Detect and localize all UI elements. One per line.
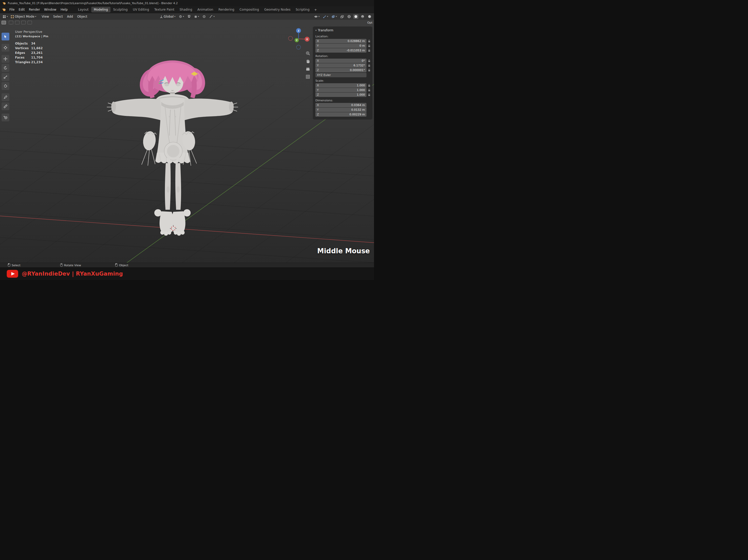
svg-text:Z: Z [298, 29, 300, 32]
lock-open-icon[interactable] [367, 49, 370, 52]
rotation-mode-dropdown[interactable]: XYZ Euler [315, 73, 367, 77]
xray-toggle[interactable] [339, 15, 345, 19]
youtube-icon [7, 270, 18, 278]
lock-open-icon[interactable] [367, 84, 370, 87]
transform-orientation-dropdown[interactable]: Global ▾ [159, 14, 177, 19]
rotation-field[interactable]: Z 0.000001° [315, 68, 367, 72]
rotation-fields: X 0° Y 6.1732° [315, 58, 370, 72]
header-menu-item[interactable]: View [40, 14, 51, 19]
pan-hand-icon[interactable] [305, 58, 311, 64]
location-fields: X 0.028862 m Y 0 m [315, 39, 370, 53]
workspace-tab[interactable]: Scripting [293, 7, 312, 13]
shading-material-button[interactable] [360, 14, 366, 19]
zoom-icon[interactable] [305, 51, 311, 56]
rotation-field[interactable]: X 0° [315, 58, 367, 63]
transform-panel-header[interactable]: ▾ Transform [315, 28, 370, 33]
tool-add-cube-button[interactable] [2, 114, 9, 121]
perspective-grid-icon[interactable] [305, 74, 311, 80]
workspace-tab[interactable]: Rendering [216, 7, 237, 13]
rotation-field[interactable]: Y 6.1732° [315, 63, 367, 68]
workspace-tab[interactable]: Animation [195, 7, 216, 13]
menu-bar: FileEditRenderWindowHelp LayoutModelingS… [0, 6, 374, 13]
menu-item[interactable]: Edit [17, 7, 27, 12]
location-field[interactable]: Z -0.011053 m [315, 48, 367, 53]
scale-label: Scale: [315, 79, 370, 82]
header-menu-item[interactable]: Object [75, 14, 89, 19]
select-mode-intersect-button[interactable] [27, 21, 32, 24]
object-visibility-dropdown[interactable]: ▾ [313, 15, 321, 19]
header-menu-item[interactable]: Add [65, 14, 75, 19]
scale-field[interactable]: Y 1.000 [315, 88, 367, 92]
navigation-gizmo[interactable]: Z X Y [286, 26, 311, 51]
workspace-tabs: LayoutModelingSculptingUV EditingTexture… [75, 7, 312, 13]
location-field[interactable]: Y 0 m [315, 44, 367, 48]
blender-menu-icon[interactable] [2, 8, 6, 11]
workspace-tab[interactable]: Layout [75, 7, 91, 13]
mode-selector-dropdown[interactable]: Object Mode ▾ [9, 14, 37, 19]
lock-open-icon[interactable] [367, 89, 370, 92]
show-gizmo-toggle[interactable]: ▾ [322, 15, 329, 19]
lock-open-icon[interactable] [367, 40, 370, 43]
editor-type-button[interactable]: ▾ [2, 15, 9, 19]
workspace-tab[interactable]: Sculpting [111, 7, 130, 13]
workspace-tab[interactable]: Compositing [237, 7, 261, 13]
pivot-point-dropdown[interactable]: ▾ [178, 15, 185, 19]
workspace-tab[interactable]: Modeling [91, 7, 111, 13]
select-mode-subtract-button[interactable] [21, 21, 26, 24]
select-mode-tweak-button[interactable] [2, 21, 6, 24]
header-menu-item[interactable]: Select [51, 14, 65, 19]
select-mode-set-button[interactable] [9, 21, 13, 24]
dimensions-fields: X 0.0364 m Y 0.0132 m [315, 103, 370, 117]
tool-measure-button[interactable] [2, 102, 9, 110]
lock-open-icon[interactable] [367, 69, 370, 72]
location-field[interactable]: X 0.028862 m [315, 39, 367, 43]
dimensions-field[interactable]: X 0.0364 m [315, 103, 367, 107]
workspace-tab[interactable]: Texture Paint [152, 7, 177, 13]
proportional-falloff-dropdown[interactable]: ▾ [208, 15, 215, 19]
select-mode-extend-button[interactable] [15, 21, 20, 24]
creator-handle: @RYanIndieDev | RYanXuGaming [22, 271, 123, 277]
workspace-tab[interactable]: UV Editing [130, 7, 152, 13]
options-button[interactable]: Opt [367, 21, 372, 24]
scale-field[interactable]: Z 1.000 [315, 93, 367, 97]
transform-field-row: Y 0.0132 m [315, 107, 370, 112]
add-workspace-button[interactable]: + [312, 7, 319, 12]
proportional-edit-toggle[interactable] [202, 15, 207, 19]
lock-open-icon[interactable] [367, 59, 370, 62]
scale-field[interactable]: X 1.000 [315, 83, 367, 88]
snap-toggle[interactable] [186, 15, 192, 19]
menu-item[interactable]: Render [27, 7, 42, 12]
menu-item[interactable]: File [7, 7, 17, 12]
dimensions-field[interactable]: Y 0.0132 m [315, 107, 367, 112]
lock-open-icon[interactable] [367, 44, 370, 47]
viewport-3d[interactable]: Opt [0, 20, 374, 263]
menu-item[interactable]: Help [59, 7, 70, 12]
view-perspective-label: User Perspective [15, 30, 48, 34]
blender-logo-icon [2, 2, 6, 5]
menu-item[interactable]: Window [42, 7, 59, 12]
workspace-tab[interactable]: Shading [177, 7, 195, 13]
camera-view-icon[interactable] [305, 66, 311, 72]
workspace-tab[interactable]: Geometry Nodes [262, 7, 293, 13]
shading-wireframe-button[interactable] [346, 14, 352, 19]
rotation-mode-row: XYZ Euler [315, 73, 370, 77]
lock-open-icon[interactable] [367, 64, 370, 67]
snap-settings-dropdown[interactable]: ▾ [193, 15, 200, 19]
tool-rotate-button[interactable] [2, 64, 9, 72]
stat-row: Objects 34 [15, 42, 48, 45]
tool-scale-button[interactable] [2, 73, 9, 81]
shading-solid-button[interactable] [353, 14, 358, 19]
tool-transform-button[interactable] [2, 82, 9, 90]
lock-open-icon[interactable] [367, 93, 370, 96]
status-bar: Select Rotate View [0, 263, 374, 268]
tool-select-box-button[interactable] [2, 33, 9, 41]
show-overlays-toggle[interactable]: ▾ [330, 15, 338, 19]
character-model[interactable] [106, 60, 241, 241]
dimensions-field[interactable]: Z 0.00229 m [315, 112, 367, 117]
tool-annotate-button[interactable] [2, 93, 9, 101]
tool-cursor-button[interactable] [2, 44, 9, 52]
tool-move-button[interactable] [2, 55, 9, 63]
status-keymap-hint: Select [8, 263, 21, 268]
shading-rendered-button[interactable] [367, 14, 372, 19]
gizmo-neg-x [288, 36, 293, 41]
